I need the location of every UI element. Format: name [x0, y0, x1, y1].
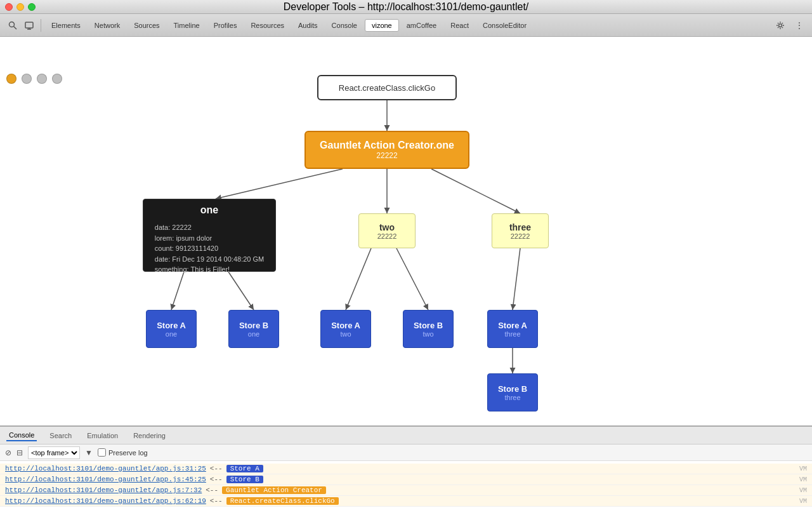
clear-icon[interactable]: ⊘ — [5, 448, 11, 457]
close-button[interactable] — [5, 3, 13, 11]
node-one-title: one — [200, 204, 218, 216]
tab-resources[interactable]: Resources — [244, 20, 291, 31]
tab-audits[interactable]: Audits — [292, 20, 324, 31]
traffic-lights — [6, 74, 62, 84]
node-three-sub: 22222 — [511, 232, 530, 240]
store-a-three-sub: three — [504, 330, 520, 338]
preserve-log-checkbox[interactable] — [98, 448, 106, 457]
console-log-2-link[interactable]: http://localhost:3101/demo-gauntlet/app.… — [5, 476, 206, 483]
console-toolbar: ⊘ ⊟ <top frame> ▼ Preserve log — [0, 444, 812, 461]
window-controls — [5, 3, 36, 11]
console-tab-emulation[interactable]: Emulation — [84, 431, 121, 441]
traffic-orange — [6, 74, 16, 84]
console-log-3-link[interactable]: http://localhost:3101/demo-gauntlet/app.… — [5, 486, 202, 494]
store-b-two-title: Store B — [414, 321, 443, 330]
node-store-a-two[interactable]: Store A two — [320, 310, 371, 348]
minimize-button[interactable] — [16, 3, 24, 11]
svg-line-11 — [228, 272, 254, 310]
store-b-one-sub: one — [248, 330, 259, 338]
node-three[interactable]: three 22222 — [492, 213, 549, 248]
console-tab-rendering[interactable]: Rendering — [131, 431, 168, 441]
console-log-4-link[interactable]: http://localhost:3101/demo-gauntlet/app.… — [5, 497, 206, 505]
tab-consoleeditor[interactable]: ConsoleEditor — [476, 20, 533, 31]
console-log-4-label: React.createClass.clickGo — [226, 497, 339, 505]
node-store-b-two[interactable]: Store B two — [403, 310, 454, 348]
console-log-1: http://localhost:3101/demo-gauntlet/app.… — [0, 464, 812, 474]
titlebar: Developer Tools – http://localhost:3101/… — [0, 0, 812, 14]
search-icon[interactable] — [5, 18, 20, 33]
preserve-log-label[interactable]: Preserve log — [98, 448, 148, 457]
console-log-1-arrow: <-- — [210, 465, 223, 472]
traffic-gray-3 — [52, 74, 62, 84]
console-log-3-label: Gauntlet Action Creator — [222, 486, 326, 494]
svg-point-5 — [779, 23, 782, 27]
console-log-3-linenum: VM — [799, 487, 807, 494]
svg-line-9 — [431, 169, 520, 213]
console-log-4-arrow: <-- — [210, 497, 223, 505]
node-store-b-one[interactable]: Store B one — [228, 310, 279, 348]
tab-vizone[interactable]: vizone — [365, 19, 399, 32]
tab-react[interactable]: React — [444, 20, 475, 31]
store-b-three-title: Store B — [498, 384, 527, 394]
node-gauntlet-action-creator[interactable]: Gauntlet Action Creator.one 22222 — [304, 131, 469, 169]
device-icon[interactable] — [22, 18, 37, 33]
dropdown-icon[interactable]: ▼ — [85, 448, 93, 457]
node-three-title: three — [509, 222, 531, 232]
node-two-title: two — [379, 222, 395, 232]
diagram-area: React.createClass.clickGo Gauntlet Actio… — [0, 37, 812, 425]
store-b-two-sub: two — [422, 330, 433, 338]
svg-line-10 — [171, 272, 184, 310]
console-log-4: http://localhost:3101/demo-gauntlet/app.… — [0, 496, 812, 507]
tab-elements[interactable]: Elements — [45, 20, 87, 31]
console-log-3: http://localhost:3101/demo-gauntlet/app.… — [0, 485, 812, 496]
frame-selector[interactable]: <top frame> — [28, 446, 80, 459]
node-gac-title: Gauntlet Action Creator.one — [320, 140, 454, 151]
tab-sources[interactable]: Sources — [128, 20, 166, 31]
console-log-2-linenum: VM — [799, 476, 807, 483]
console-log-2-label: Store B — [226, 476, 263, 483]
store-b-one-title: Store B — [239, 321, 268, 330]
toolbar: Elements Network Sources Timeline Profil… — [0, 14, 812, 37]
console-tab-search[interactable]: Search — [47, 431, 74, 441]
console-tab-console[interactable]: Console — [6, 430, 37, 441]
node-root[interactable]: React.createClass.clickGo — [317, 75, 457, 100]
svg-rect-2 — [25, 22, 33, 28]
store-a-one-sub: one — [166, 330, 177, 338]
console-log-1-linenum: VM — [799, 465, 807, 472]
traffic-gray-2 — [37, 74, 47, 84]
node-store-b-three[interactable]: Store B three — [487, 373, 538, 411]
node-gac-sub: 22222 — [376, 151, 397, 160]
node-root-label: React.createClass.clickGo — [339, 83, 435, 93]
console-tabs: Console Search Emulation Rendering — [0, 427, 812, 444]
settings-icon[interactable] — [773, 18, 788, 33]
window-title: Developer Tools – http://localhost:3101/… — [284, 1, 529, 13]
node-two[interactable]: two 22222 — [358, 213, 416, 248]
filter-icon[interactable]: ⊟ — [16, 448, 23, 457]
svg-line-12 — [346, 248, 371, 310]
node-one[interactable]: one data: 22222 lorem: ipsum dolor count… — [143, 199, 276, 272]
tab-network[interactable]: Network — [88, 20, 126, 31]
store-a-two-sub: two — [340, 330, 351, 338]
console-log-1-label: Store A — [226, 465, 263, 472]
toolbar-divider — [41, 19, 41, 32]
node-store-a-one[interactable]: Store A one — [146, 310, 197, 348]
svg-line-7 — [216, 169, 343, 199]
svg-point-0 — [10, 22, 15, 27]
traffic-gray-1 — [22, 74, 32, 84]
tab-console[interactable]: Console — [325, 20, 363, 31]
node-store-a-three[interactable]: Store A three — [487, 310, 538, 348]
svg-line-14 — [513, 248, 520, 310]
svg-line-1 — [14, 26, 17, 29]
tab-profiles[interactable]: Profiles — [207, 20, 244, 31]
tab-timeline[interactable]: Timeline — [167, 20, 206, 31]
node-two-sub: 22222 — [377, 232, 397, 240]
more-icon[interactable]: ⋮ — [792, 18, 807, 33]
node-one-data: data: 22222 lorem: ipsum dolor count: 99… — [155, 222, 264, 275]
console-area: Console Search Emulation Rendering ⊘ ⊟ <… — [0, 425, 812, 508]
console-log-3-arrow: <-- — [206, 486, 218, 494]
store-a-two-title: Store A — [331, 321, 360, 330]
tab-amcoffee[interactable]: amCoffee — [400, 20, 443, 31]
console-log-1-link[interactable]: http://localhost:3101/demo-gauntlet/app.… — [5, 465, 206, 472]
store-a-one-title: Store A — [157, 321, 186, 330]
maximize-button[interactable] — [28, 3, 36, 11]
